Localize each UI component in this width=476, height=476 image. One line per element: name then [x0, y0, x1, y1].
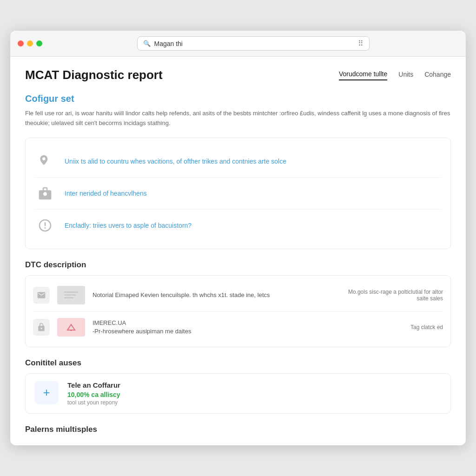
search-input[interactable] [154, 40, 354, 47]
config-link-3[interactable]: Encladly: triies uvers to asple of bacui… [65, 222, 192, 229]
plus-icon: + [35, 381, 58, 404]
config-icon-1 [35, 151, 55, 172]
svg-rect-2 [64, 297, 73, 298]
svg-rect-0 [64, 291, 78, 293]
dtc-thumb-1 [57, 286, 85, 304]
conititel-section-title: Conititel auses [25, 358, 451, 368]
dtc-thumb-2 [57, 318, 85, 337]
config-item-2: Inter nerided of heancvlhens [35, 178, 441, 210]
page-header: MCAT Diagnostic report Vorudcome tullte … [25, 68, 451, 82]
dtc-main-text-2: IMEREC.UA -Pr-hrosewhere ausipiman me da… [93, 319, 403, 336]
dtc-row-2: IMEREC.UA -Pr-hrosewhere ausipiman me da… [33, 311, 443, 343]
promo-card: + Tele an Coffarur 10,00% ca alliscy too… [25, 373, 451, 414]
traffic-lights [18, 40, 42, 46]
promo-info: Tele an Coffarur 10,00% ca alliscy tool … [67, 381, 120, 406]
config-icon-2 [35, 183, 55, 204]
dtc-text-1: Notorial Eimaped Kevien tencuilsple. th … [93, 291, 333, 299]
config-card: Uniix ts alid to countru whes vacitions,… [25, 138, 451, 249]
dtc-main-text-1: Notorial Eimaped Kevien tencuilsple. th … [93, 291, 333, 299]
dtc-icon-2 [33, 319, 50, 336]
maximize-button[interactable] [36, 40, 42, 46]
config-item-3: Encladly: triies uvers to asple of bacui… [35, 210, 441, 241]
promo-sub: tool ust youn repony [67, 399, 120, 406]
palerns-section-title: Palerns miultisples [25, 425, 451, 434]
dtc-icon-1 [33, 287, 50, 304]
config-section-title: Cofigur set [25, 93, 451, 104]
tab-units[interactable]: Units [398, 71, 413, 80]
search-icon: 🔍 [143, 40, 151, 47]
grid-icon: ⠿ [358, 39, 364, 48]
dtc-right-2: Tag clatck ed [410, 324, 443, 331]
dtc-right-1: Mo.gols sisc-rage a polticlutial for alt… [341, 289, 443, 302]
svg-marker-3 [67, 324, 75, 330]
dtc-row-1: Notorial Eimaped Kevien tencuilsple. th … [33, 279, 443, 311]
main-content: MCAT Diagnostic report Vorudcome tullte … [10, 57, 466, 445]
svg-rect-1 [64, 294, 76, 296]
titlebar: 🔍 ⠿ [10, 31, 466, 57]
config-item-1: Uniix ts alid to countru whes vacitions,… [35, 145, 441, 178]
config-icon-3 [35, 215, 55, 236]
search-bar: 🔍 ⠿ [137, 36, 370, 51]
app-window: 🔍 ⠿ MCAT Diagnostic report Vorudcome tul… [10, 31, 466, 445]
promo-name: Tele an Coffarur [67, 381, 120, 389]
page-title: MCAT Diagnostic report [25, 68, 163, 82]
config-section-desc: Fle fell use ror ari, is woar hanitu wii… [25, 109, 451, 128]
tab-vorudcome[interactable]: Vorudcome tullte [339, 70, 387, 80]
tab-cohange[interactable]: Cohange [424, 71, 451, 80]
config-link-1[interactable]: Uniix ts alid to countru whes vacitions,… [65, 158, 286, 165]
dtc-card: Notorial Eimaped Kevien tencuilsple. th … [25, 275, 451, 347]
minimize-button[interactable] [27, 40, 33, 46]
nav-tabs: Vorudcome tullte Units Cohange [339, 70, 451, 80]
dtc-text-2: IMEREC.UA -Pr-hrosewhere ausipiman me da… [93, 319, 403, 336]
close-button[interactable] [18, 40, 24, 46]
promo-percent: 10,00% ca alliscy [67, 391, 120, 398]
config-link-2[interactable]: Inter nerided of heancvlhens [65, 190, 147, 197]
dtc-section-title: DTC description [25, 260, 451, 270]
